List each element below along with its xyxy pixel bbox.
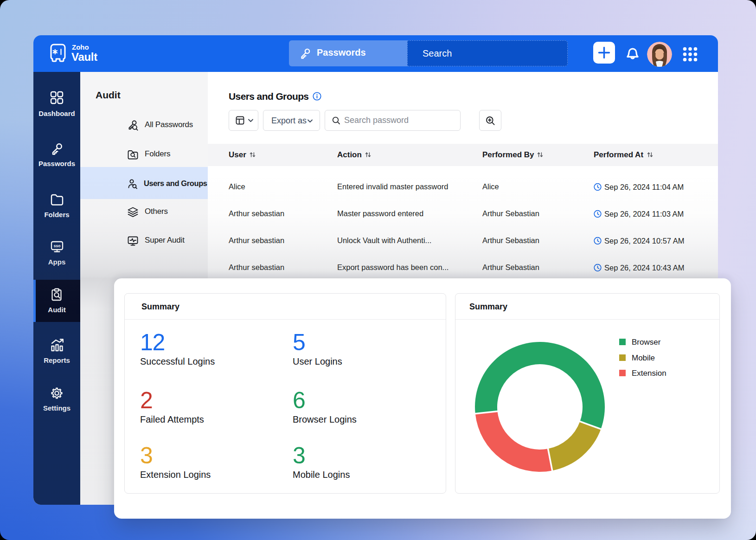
svg-text:sso: sso <box>53 244 60 248</box>
